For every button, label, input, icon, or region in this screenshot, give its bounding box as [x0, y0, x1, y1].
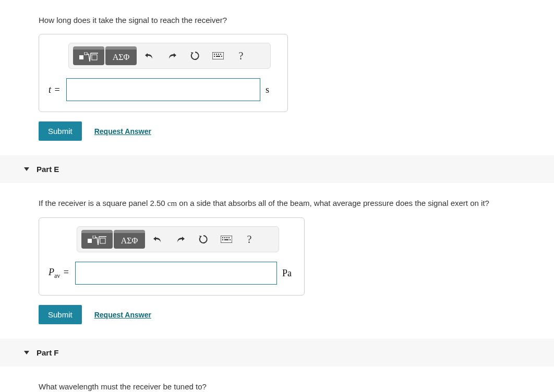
svg-rect-17	[226, 237, 227, 238]
keyboard-icon[interactable]	[216, 230, 237, 249]
question-text: What wavelength must the receiver be tun…	[0, 366, 554, 392]
redo-icon[interactable]	[162, 46, 183, 65]
svg-rect-5	[216, 54, 217, 55]
keyboard-icon[interactable]	[208, 46, 228, 65]
reset-icon[interactable]	[185, 46, 206, 65]
svg-rect-19	[222, 239, 223, 240]
svg-rect-8	[214, 56, 215, 57]
unit-label: Pa	[282, 268, 295, 279]
svg-rect-11	[88, 239, 92, 243]
question-text: How long does it take the signal to reac…	[0, 0, 554, 34]
submit-button[interactable]: Submit	[39, 305, 82, 324]
help-icon[interactable]: ?	[239, 230, 260, 249]
svg-rect-9	[216, 56, 220, 57]
greek-tool-button[interactable]: ΑΣΦ	[105, 46, 137, 65]
svg-rect-16	[224, 237, 225, 238]
answer-input[interactable]	[75, 262, 277, 285]
undo-icon[interactable]	[139, 46, 160, 65]
question-text: If the receiver is a square panel 2.50 c…	[0, 183, 554, 217]
svg-rect-6	[218, 54, 219, 55]
request-answer-link[interactable]: Request Answer	[94, 127, 151, 136]
part-header[interactable]: Part F	[0, 339, 554, 366]
svg-rect-18	[228, 237, 230, 238]
unit-label: s	[266, 84, 278, 95]
math-toolbar: ΑΣΦ ?	[77, 226, 279, 252]
svg-rect-13	[100, 238, 105, 243]
chevron-down-icon	[24, 167, 29, 171]
answer-box: ΑΣΦ ? t = s	[39, 34, 288, 112]
part-title: Part E	[37, 165, 59, 174]
math-toolbar: ΑΣΦ ?	[68, 43, 271, 69]
submit-button[interactable]: Submit	[39, 121, 82, 141]
svg-rect-2	[92, 55, 97, 60]
svg-rect-7	[220, 54, 221, 55]
svg-rect-0	[79, 55, 83, 59]
undo-icon[interactable]	[147, 230, 168, 249]
svg-rect-10	[221, 56, 222, 57]
svg-rect-21	[230, 239, 231, 240]
template-tool-button[interactable]	[73, 46, 104, 65]
answer-box: ΑΣΦ ? Pav = Pa	[39, 217, 305, 296]
template-icon	[87, 236, 107, 246]
variable-label: Pav =	[49, 267, 70, 280]
answer-input[interactable]	[66, 78, 260, 101]
reset-icon[interactable]	[193, 230, 214, 249]
svg-rect-15	[222, 237, 223, 238]
help-icon[interactable]: ?	[231, 46, 251, 65]
svg-rect-20	[224, 239, 228, 240]
svg-rect-4	[214, 54, 215, 55]
part-title: Part F	[37, 348, 59, 357]
part-header[interactable]: Part E	[0, 155, 554, 183]
greek-tool-button[interactable]: ΑΣΦ	[114, 230, 145, 249]
redo-icon[interactable]	[170, 230, 191, 249]
template-icon	[78, 52, 99, 63]
chevron-down-icon	[24, 351, 29, 354]
variable-label: t =	[49, 84, 61, 95]
request-answer-link[interactable]: Request Answer	[94, 311, 151, 319]
template-tool-button[interactable]	[81, 230, 113, 249]
